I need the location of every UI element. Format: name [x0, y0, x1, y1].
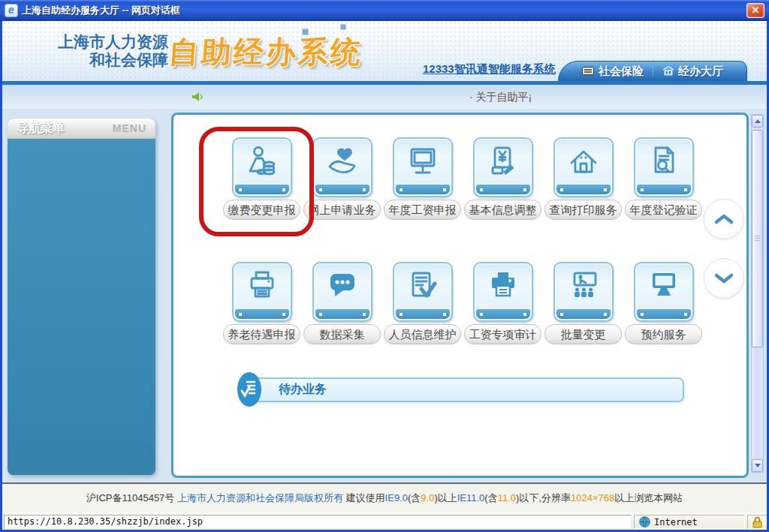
decor-square-icon	[302, 29, 309, 35]
footer-segment: 11.0	[498, 492, 516, 503]
announcement-marquee[interactable]: · 关于自助平¡	[469, 91, 532, 104]
presentation-icon[interactable]	[553, 262, 614, 322]
zone-label: Internet	[654, 517, 698, 527]
service-item[interactable]: 查询打印服务	[543, 137, 623, 220]
scroll-down-button[interactable]	[704, 258, 744, 299]
service-item[interactable]: 网上申请业务	[302, 137, 382, 220]
titlebar[interactable]: e 上海自助经办服务大厅 -- 网页对话框 ✕	[0, 0, 769, 21]
org-name: 上海市人力资源 和社会保障	[58, 33, 168, 69]
service-label[interactable]: 养老待遇申报	[223, 324, 300, 344]
scrollbar-thumb[interactable]	[752, 130, 763, 347]
service-label[interactable]: 人员信息维护	[384, 324, 461, 344]
footer-copyright: 沪ICP备11045457号 上海市人力资源和社会保障局版权所有 建议使用IE9…	[2, 484, 767, 512]
navigation-sidebar: 导航菜单 MENU	[8, 119, 155, 475]
vertical-scrollbar[interactable]	[751, 114, 764, 473]
service-item[interactable]: 预约服务	[623, 262, 704, 344]
lock-section	[747, 515, 767, 529]
footer-segment: 上海市人力资源和社会保障局版权所有	[177, 492, 343, 503]
service-row-1: 缴费变更申报网上申请业务年度工资申报基本信息调整查询打印服务年度登记验证	[222, 137, 704, 220]
top-tabs: 社会保险经办大厅	[558, 61, 747, 81]
tab-service-hall[interactable]: 经办大厅	[658, 65, 728, 79]
service-label[interactable]: 工资专项审计	[464, 324, 541, 344]
tab-label: 社会保险	[599, 65, 644, 79]
footer-segment: 建议使用	[343, 492, 385, 503]
todo-checklist-icon[interactable]	[237, 371, 262, 410]
card-icon	[582, 65, 595, 78]
service-item[interactable]: 基本信息调整	[463, 137, 543, 220]
main-area: 导航菜单 MENU 缴费变更申报网上申请业务年度工资申报基本信息调整查询打印服务…	[2, 109, 767, 482]
org-name-line2: 和社会保障	[58, 51, 168, 69]
services-panel: 缴费变更申报网上申请业务年度工资申报基本信息调整查询打印服务年度登记验证 养老待…	[171, 113, 749, 478]
announcement-bar: · 关于自助平¡	[2, 85, 767, 109]
service-item[interactable]: 年度登记验证	[623, 137, 704, 220]
doc-search-icon[interactable]	[634, 137, 694, 197]
monitor-outline-icon[interactable]	[393, 137, 453, 197]
todo-label: 待办业务	[279, 382, 327, 398]
chat-dots-icon[interactable]	[312, 262, 372, 322]
service-item[interactable]: 养老待遇申报	[222, 262, 302, 344]
tab-label: 经办大厅	[678, 65, 723, 79]
dialog-window: e 上海自助经办服务大厅 -- 网页对话框 ✕ 上海市人力资源 和社会保障 自助…	[0, 0, 769, 532]
lock-icon	[752, 516, 762, 528]
footer-segment: )以下,分辨率	[516, 492, 571, 503]
tab-divider	[653, 66, 653, 77]
service-item[interactable]: 批量变更	[543, 262, 623, 344]
service-label[interactable]: 基本信息调整	[464, 200, 541, 220]
service-label[interactable]: 缴费变更申报	[223, 200, 300, 220]
service-label[interactable]: 年度登记验证	[625, 200, 702, 220]
service-label[interactable]: 数据采集	[303, 324, 381, 344]
link-12333-service[interactable]: 12333智讯通智能服务系统	[423, 62, 556, 77]
scrollbar-up-arrow[interactable]	[752, 115, 763, 128]
todo-business-bar[interactable]: 待办业务	[250, 377, 684, 402]
printer-filled-icon[interactable]	[473, 262, 533, 322]
sidebar-header: 导航菜单 MENU	[8, 119, 155, 139]
service-item[interactable]: 数据采集	[302, 262, 382, 344]
service-label[interactable]: 批量变更	[544, 324, 622, 344]
service-label[interactable]: 年度工资申报	[384, 200, 461, 220]
dialog-body: 上海市人力资源 和社会保障 自助经办系统 12333智讯通智能服务系统 社会保险…	[2, 21, 767, 530]
scroll-up-button[interactable]	[704, 199, 744, 239]
ie-icon: e	[5, 4, 18, 17]
status-url: https://10.8.230.35/shzzjb/index.jsp	[4, 515, 632, 529]
tab-social-insurance[interactable]: 社会保险	[578, 65, 648, 79]
doc-check-icon[interactable]	[393, 262, 453, 322]
footer-segment: (含	[484, 492, 497, 503]
service-row-2: 养老待遇申报数据采集人员信息维护工资专项审计批量变更预约服务	[222, 262, 704, 344]
service-label[interactable]: 预约服务	[625, 324, 702, 344]
sidebar-menu-panel[interactable]	[8, 139, 155, 475]
close-button[interactable]: ✕	[746, 3, 764, 18]
page-header: 上海市人力资源 和社会保障 自助经办系统 12333智讯通智能服务系统 社会保险…	[2, 21, 767, 81]
footer-segment: IE11.0	[457, 492, 485, 503]
service-label[interactable]: 网上申请业务	[303, 200, 381, 220]
footer-segment: 以上浏览本网站	[614, 492, 683, 503]
monitor-filled-icon[interactable]	[634, 262, 694, 322]
building-icon	[662, 65, 674, 78]
chevron-up-icon	[713, 212, 734, 226]
security-zone: Internet	[634, 515, 745, 529]
speaker-icon[interactable]	[191, 91, 204, 106]
house-icon[interactable]	[553, 137, 614, 197]
printer-outline-icon[interactable]	[232, 262, 292, 322]
service-item[interactable]: 年度工资申报	[382, 137, 463, 220]
footer-segment: 1024×768	[571, 492, 614, 503]
system-title: 自助经办系统	[167, 32, 364, 73]
decor-square-icon	[340, 24, 346, 30]
yen-edit-icon[interactable]	[473, 137, 533, 197]
status-bar: https://10.8.230.35/shzzjb/index.jsp Int…	[2, 512, 767, 530]
footer-segment: IE9.0	[385, 492, 408, 503]
scrollbar-down-arrow[interactable]	[752, 459, 763, 472]
footer-segment: 9.0	[421, 492, 434, 503]
service-item[interactable]: 人员信息维护	[382, 262, 463, 344]
footer-segment: (含	[408, 492, 421, 503]
chevron-down-icon	[713, 272, 734, 285]
person-coins-icon[interactable]	[232, 137, 292, 197]
globe-icon	[639, 516, 650, 527]
footer-segment: )以上	[434, 492, 457, 503]
service-item[interactable]: 缴费变更申报	[222, 137, 302, 220]
hand-heart-icon[interactable]	[312, 137, 372, 197]
window-title: 上海自助经办服务大厅 -- 网页对话框	[22, 4, 746, 17]
service-item[interactable]: 工资专项审计	[463, 262, 543, 344]
sidebar-subtitle: MENU	[113, 122, 146, 134]
service-label[interactable]: 查询打印服务	[544, 200, 622, 220]
org-name-line1: 上海市人力资源	[58, 33, 168, 50]
